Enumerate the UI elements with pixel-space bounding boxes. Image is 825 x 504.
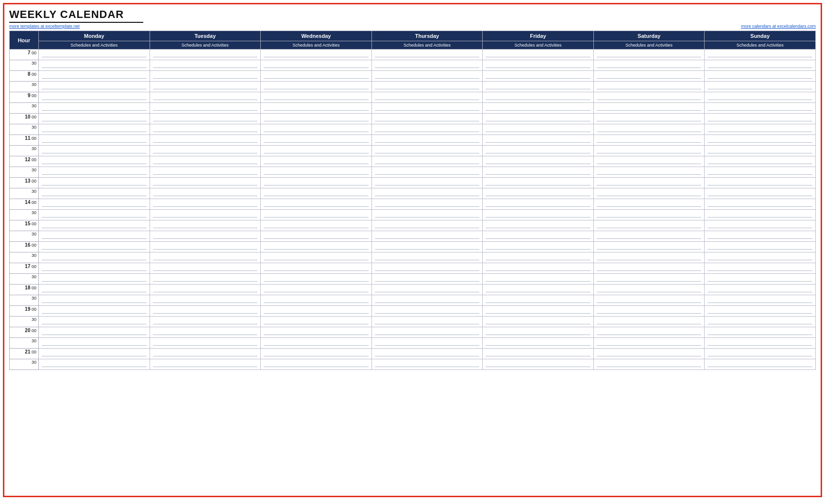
schedule-cell[interactable] [483,210,594,220]
schedule-cell[interactable] [705,285,816,295]
schedule-cell[interactable] [593,242,705,252]
schedule-cell[interactable] [150,82,261,92]
schedule-cell[interactable] [150,263,261,274]
schedule-cell[interactable] [39,199,150,210]
schedule-cell[interactable] [705,338,816,349]
schedule-cell[interactable] [371,50,483,60]
schedule-cell[interactable] [593,124,705,135]
schedule-cell[interactable] [371,167,483,178]
schedule-cell[interactable] [705,188,816,199]
schedule-cell[interactable] [261,50,372,60]
schedule-cell[interactable] [483,231,594,242]
schedule-cell[interactable] [261,178,372,188]
schedule-cell[interactable] [39,242,150,252]
schedule-cell[interactable] [483,317,594,327]
schedule-cell[interactable] [261,60,372,71]
schedule-cell[interactable] [705,317,816,327]
schedule-cell[interactable] [371,242,483,252]
schedule-cell[interactable] [483,188,594,199]
schedule-cell[interactable] [705,327,816,338]
schedule-cell[interactable] [261,135,372,146]
schedule-cell[interactable] [261,306,372,317]
schedule-cell[interactable] [39,103,150,114]
schedule-cell[interactable] [150,349,261,359]
schedule-cell[interactable] [705,359,816,370]
schedule-cell[interactable] [150,252,261,263]
schedule-cell[interactable] [261,188,372,199]
schedule-cell[interactable] [593,252,705,263]
schedule-cell[interactable] [593,327,705,338]
schedule-cell[interactable] [150,220,261,231]
schedule-cell[interactable] [39,178,150,188]
schedule-cell[interactable] [39,124,150,135]
schedule-cell[interactable] [483,167,594,178]
schedule-cell[interactable] [371,327,483,338]
schedule-cell[interactable] [483,199,594,210]
schedule-cell[interactable] [261,210,372,220]
schedule-cell[interactable] [593,188,705,199]
schedule-cell[interactable] [371,135,483,146]
schedule-cell[interactable] [371,114,483,124]
schedule-cell[interactable] [593,317,705,327]
schedule-cell[interactable] [150,135,261,146]
schedule-cell[interactable] [371,210,483,220]
schedule-cell[interactable] [705,295,816,306]
schedule-cell[interactable] [150,178,261,188]
schedule-cell[interactable] [593,231,705,242]
schedule-cell[interactable] [483,252,594,263]
schedule-cell[interactable] [39,306,150,317]
schedule-cell[interactable] [371,231,483,242]
schedule-cell[interactable] [261,71,372,82]
schedule-cell[interactable] [39,359,150,370]
schedule-cell[interactable] [371,263,483,274]
schedule-cell[interactable] [39,220,150,231]
schedule-cell[interactable] [261,199,372,210]
schedule-cell[interactable] [705,199,816,210]
schedule-cell[interactable] [371,82,483,92]
schedule-cell[interactable] [371,146,483,156]
schedule-cell[interactable] [705,50,816,60]
schedule-cell[interactable] [150,306,261,317]
schedule-cell[interactable] [150,327,261,338]
schedule-cell[interactable] [483,285,594,295]
schedule-cell[interactable] [39,156,150,167]
schedule-cell[interactable] [593,156,705,167]
schedule-cell[interactable] [371,338,483,349]
schedule-cell[interactable] [593,338,705,349]
schedule-cell[interactable] [705,156,816,167]
schedule-cell[interactable] [483,124,594,135]
schedule-cell[interactable] [371,317,483,327]
schedule-cell[interactable] [593,274,705,285]
schedule-cell[interactable] [483,263,594,274]
schedule-cell[interactable] [483,349,594,359]
schedule-cell[interactable] [261,359,372,370]
schedule-cell[interactable] [705,82,816,92]
schedule-cell[interactable] [483,327,594,338]
schedule-cell[interactable] [39,285,150,295]
schedule-cell[interactable] [150,285,261,295]
schedule-cell[interactable] [371,188,483,199]
schedule-cell[interactable] [705,135,816,146]
schedule-cell[interactable] [261,167,372,178]
schedule-cell[interactable] [483,156,594,167]
schedule-cell[interactable] [593,60,705,71]
schedule-cell[interactable] [150,60,261,71]
schedule-cell[interactable] [39,188,150,199]
schedule-cell[interactable] [39,263,150,274]
schedule-cell[interactable] [483,135,594,146]
schedule-cell[interactable] [705,231,816,242]
schedule-cell[interactable] [705,167,816,178]
schedule-cell[interactable] [261,220,372,231]
schedule-cell[interactable] [705,306,816,317]
schedule-cell[interactable] [261,92,372,103]
schedule-cell[interactable] [593,199,705,210]
schedule-cell[interactable] [261,146,372,156]
schedule-cell[interactable] [261,242,372,252]
schedule-cell[interactable] [261,124,372,135]
schedule-cell[interactable] [371,92,483,103]
schedule-cell[interactable] [593,263,705,274]
schedule-cell[interactable] [593,50,705,60]
schedule-cell[interactable] [150,146,261,156]
schedule-cell[interactable] [593,210,705,220]
schedule-cell[interactable] [705,263,816,274]
